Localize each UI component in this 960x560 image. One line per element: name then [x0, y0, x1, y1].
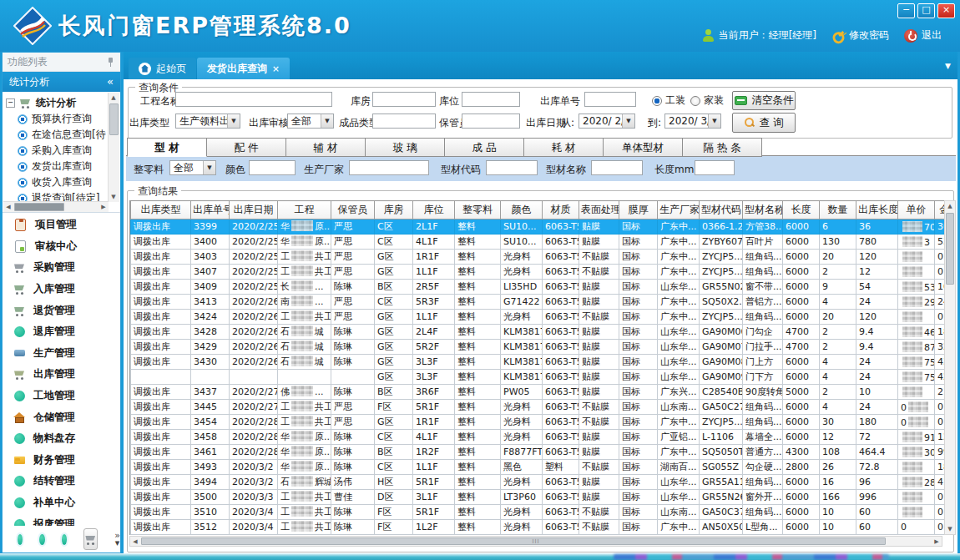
manufacturer-input[interactable]: [349, 160, 429, 175]
sidebar-item-补单中心[interactable]: 补单中心: [3, 492, 119, 514]
material-tab-4[interactable]: 成 品: [445, 138, 524, 157]
table-row[interactable]: 调拨出库34282020/2/26石城陈琳G区2L4F整料KLM38176063…: [131, 325, 947, 340]
radio-gongzhuang[interactable]: 工装: [652, 93, 685, 108]
material-tab-2[interactable]: 辅 材: [286, 138, 366, 157]
outbound-type-select[interactable]: 生产领料出库▼: [175, 114, 240, 129]
clear-conditions-button[interactable]: 清空条件: [732, 91, 796, 110]
date-from-select[interactable]: 2020/ 2/16▼: [579, 114, 635, 129]
profile-code-input[interactable]: [486, 160, 538, 175]
tab-shipment-query[interactable]: 发货出库查询 ×: [197, 58, 290, 79]
table-row[interactable]: 调拨出库34032020/2/25工共工程严思G区1R1F整料光身料6063-T…: [131, 250, 947, 265]
more-menus-button[interactable]: »▾: [114, 532, 120, 547]
keeper-input[interactable]: [462, 114, 520, 129]
cart-shortcut-button[interactable]: [83, 528, 98, 550]
profile-name-input[interactable]: [591, 160, 643, 175]
col-header-7[interactable]: 整零料: [455, 201, 501, 219]
collapse-icon[interactable]: «: [107, 72, 114, 92]
sidebar-item-生产管理[interactable]: 生产管理: [3, 343, 119, 365]
col-header-8[interactable]: 颜色: [501, 201, 543, 219]
col-header-15[interactable]: 长度: [783, 201, 820, 219]
table-row[interactable]: 调拨出库35102020/3/4工共工程陈琳F区5R1F整料光身料6063-T5…: [131, 505, 947, 520]
col-header-10[interactable]: 表面处理: [579, 201, 619, 219]
logout-button[interactable]: 退出: [904, 28, 942, 43]
table-row[interactable]: 调拨出库34292020/2/26石城陈琳G区5R2F整料KLM38176063…: [131, 340, 947, 355]
tree-item-预算执行查询[interactable]: 预算执行查询: [6, 111, 109, 127]
tree-item-在途信息查询[待[interactable]: 在途信息查询[待: [6, 127, 109, 143]
sidebar-item-报废管理[interactable]: 报废管理: [3, 513, 119, 526]
radio-jiazhuang[interactable]: 家装: [690, 93, 724, 108]
col-header-2[interactable]: 出库日期: [230, 201, 278, 219]
order-no-input[interactable]: [584, 92, 636, 107]
whole-piece-select[interactable]: 全部▼: [169, 160, 216, 175]
grid-horizontal-scrollbar[interactable]: ◀ ΙΙΙ ▶: [129, 536, 942, 547]
col-header-6[interactable]: 库位: [413, 201, 455, 219]
search-button[interactable]: 查 询: [732, 113, 796, 133]
section-header-statistics[interactable]: 统计分析 «: [3, 72, 120, 92]
menu-dot-icon[interactable]: [62, 534, 67, 545]
date-to-select[interactable]: 2020/ 3/16▼: [664, 114, 721, 129]
col-header-11[interactable]: 膜厚: [619, 201, 658, 219]
col-header-1[interactable]: 出库单号: [191, 201, 230, 219]
table-row[interactable]: 调拨出库34932020/3/2华原...陈琳C区1L1F整料黑色塑料不贴膜国标…: [131, 460, 947, 475]
sidebar-item-出库管理[interactable]: 出库管理: [3, 364, 119, 386]
tree-collapse-icon[interactable]: −: [6, 98, 15, 108]
tree-vertical-scrollbar[interactable]: ▲ ▼: [108, 93, 119, 202]
tree-item-退货查询[待定][interactable]: 退货查询[待定]: [6, 190, 109, 202]
material-tab-1[interactable]: 配 件: [207, 138, 286, 157]
sidebar-item-审核中心[interactable]: 审核中心: [3, 236, 119, 258]
tree-root-statistics[interactable]: −统计分析: [6, 95, 109, 111]
sidebar-item-退货管理[interactable]: 退货管理: [3, 300, 119, 321]
table-row[interactable]: 调拨出库35002020/3/3工共工程曹佳D区3L1F整料LT3P606063…: [131, 490, 947, 505]
tab-home[interactable]: 起始页: [129, 58, 196, 79]
table-row[interactable]: 调拨出库34092020/2/25长...陈琳B区2R5F整料LI35HD606…: [131, 280, 947, 295]
material-tab-7[interactable]: 隔 热 条: [683, 138, 762, 157]
minimize-button[interactable]: −: [897, 3, 915, 18]
col-header-13[interactable]: 型材代码: [700, 201, 743, 219]
table-row[interactable]: 调拨出库34372020/2/27佛...陈琳B区3R6F整料PW056063-…: [131, 385, 947, 400]
col-header-9[interactable]: 材质: [543, 201, 579, 219]
col-header-17[interactable]: 出库长度: [856, 201, 898, 219]
sidebar-item-财务管理[interactable]: 财务管理: [3, 450, 119, 472]
project-name-input[interactable]: [175, 92, 332, 107]
table-row[interactable]: 调拨出库34942020/3/2石辉城汤伟H区5R1F整料光身料6063-T5贴…: [131, 475, 947, 490]
material-tab-3[interactable]: 玻 璃: [366, 138, 445, 157]
table-row[interactable]: 调拨出库34302020/2/26石城陈琳G区3L3F整料KLM38176063…: [131, 355, 947, 370]
col-header-16[interactable]: 数量: [820, 201, 856, 219]
tab-overflow-icon[interactable]: ▼: [945, 62, 951, 70]
menu-dot-icon[interactable]: [39, 534, 44, 545]
audit-select[interactable]: 全部▼: [287, 114, 334, 129]
change-password-button[interactable]: 修改密码: [831, 28, 889, 43]
col-header-5[interactable]: 库房: [375, 201, 413, 219]
close-button[interactable]: ×: [937, 3, 955, 18]
tab-close-icon[interactable]: ×: [272, 63, 280, 74]
maximize-button[interactable]: □: [917, 3, 935, 18]
color-input[interactable]: [249, 160, 296, 175]
col-header-3[interactable]: 工程: [278, 201, 331, 219]
sidebar-item-仓储管理[interactable]: 仓储管理: [3, 406, 119, 428]
tree-item-采购入库查询[interactable]: 采购入库查询: [6, 143, 109, 159]
warehouse-input[interactable]: [372, 92, 436, 107]
table-row[interactable]: 调拨出库34542020/2/28工共工程严思G区1R1F整料光身料6063-T…: [131, 415, 947, 430]
menu-dot-icon[interactable]: [18, 534, 23, 545]
material-tab-5[interactable]: 耗 材: [524, 138, 604, 157]
location-input[interactable]: [462, 92, 520, 107]
product-type-input[interactable]: [372, 114, 436, 129]
table-row[interactable]: 调拨出库34132020/2/26南...严思C区5R3F整料G71422606…: [131, 295, 947, 310]
sidebar-item-物料盘存[interactable]: 物料盘存: [3, 428, 119, 450]
table-row[interactable]: 调拨出库34242020/2/26工共工程严思G区1L1F整料光身料6063-T…: [131, 310, 947, 325]
col-header-14[interactable]: 型材名称: [743, 201, 783, 219]
table-row[interactable]: 调拨出库34452020/2/27工共工程严思F区5R1F整料光身料6063-T…: [131, 400, 947, 415]
sidebar-item-采购管理[interactable]: 采购管理: [3, 257, 119, 279]
table-row[interactable]: 调拨出库34002020/2/25华原...严思C区4L1F整料SU10...6…: [131, 235, 947, 250]
sidebar-item-入库管理[interactable]: 入库管理: [3, 279, 119, 300]
length-input[interactable]: [695, 160, 735, 175]
tree-horizontal-scrollbar[interactable]: ◀ ▶: [3, 201, 109, 212]
table-row[interactable]: 调拨出库34072020/2/25工共工程严思G区1L1F整料光身料6063-T…: [131, 265, 947, 280]
sidebar-item-项目管理[interactable]: 项目管理: [3, 214, 119, 236]
material-tab-0[interactable]: 型 材: [127, 138, 207, 157]
table-row[interactable]: 调拨出库33992020/2/25华原...严思C区2L1F整料SU10...6…: [131, 219, 947, 235]
table-row[interactable]: 调拨出库35122020/3/4工共工程陈琳F区1L2F整料光身料6063-T5…: [131, 520, 947, 535]
table-row[interactable]: 调拨出库34612020/2/28华原...陈琳B区1R2F整料F8877FT6…: [131, 445, 947, 460]
table-row[interactable]: 调拨出库34582020/2/28华原...陈琳C区4L1F整料光身料6063-…: [131, 430, 947, 445]
col-header-12[interactable]: 生产厂家: [658, 201, 700, 219]
